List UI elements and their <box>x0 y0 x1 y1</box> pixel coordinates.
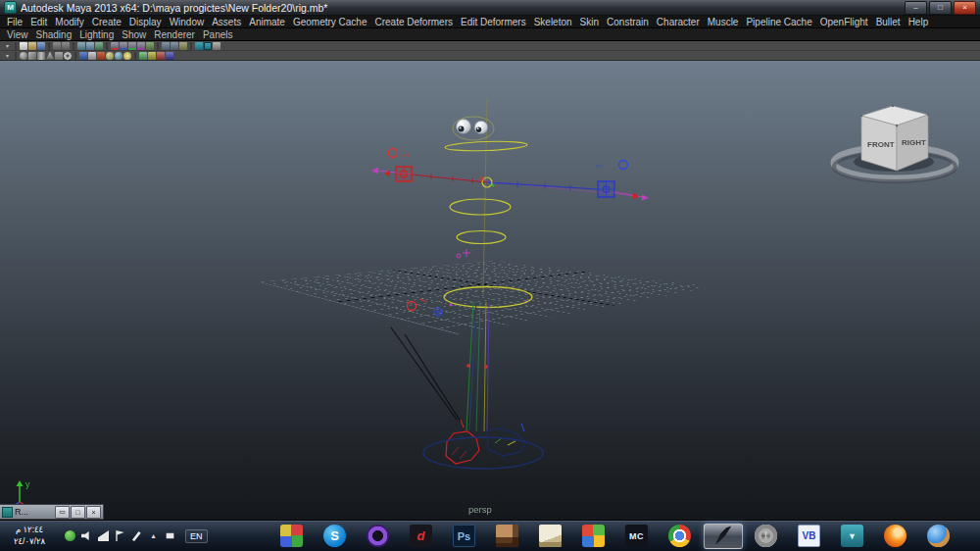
menu-geometry-cache[interactable]: Geometry Cache <box>289 16 371 27</box>
snap-grid-icon[interactable] <box>111 42 119 50</box>
snap-view-plane-icon[interactable] <box>137 42 145 50</box>
viewport[interactable]: ⇔ <box>0 61 980 520</box>
game-tiles-app[interactable] <box>272 524 312 549</box>
menu-edit-deformers[interactable]: Edit Deformers <box>457 16 530 27</box>
shelf-constraint-icon[interactable] <box>157 52 165 60</box>
close-button[interactable]: × <box>954 1 976 15</box>
status-grip[interactable]: ▾ <box>3 42 12 50</box>
eye-controls[interactable] <box>453 117 494 140</box>
shelf-light-icon[interactable] <box>123 52 131 60</box>
taskbar-clock[interactable]: ١٢:٤٤ م ٢٤/٠٧/٢٨ <box>2 525 57 546</box>
menu-constrain[interactable]: Constrain <box>603 16 653 27</box>
chrome-app[interactable] <box>661 524 700 549</box>
menu-create-deformers[interactable]: Create Deformers <box>371 16 457 27</box>
menu-muscle[interactable]: Muscle <box>704 16 743 27</box>
save-scene-icon[interactable] <box>37 42 45 50</box>
minimized-panel-window[interactable]: R... ▭□× <box>0 504 104 520</box>
left-arm-control[interactable]: ⇔ <box>371 148 412 181</box>
mini-maximize-button[interactable]: □ <box>71 506 85 519</box>
undo-icon[interactable] <box>53 42 61 50</box>
shelf-cube-icon[interactable] <box>28 52 36 60</box>
photo-thumbnail-app[interactable] <box>531 524 570 549</box>
panel-menu-panels[interactable]: Panels <box>199 28 237 40</box>
shelf-cone-icon[interactable] <box>46 52 54 60</box>
select-hierarchy-icon[interactable] <box>77 42 85 50</box>
photoshop-app[interactable]: Ps <box>445 524 484 549</box>
menu-display[interactable]: Display <box>125 16 166 27</box>
ipr-render-icon[interactable] <box>204 42 212 50</box>
western-picture-app[interactable] <box>488 524 527 549</box>
menu-window[interactable]: Window <box>166 16 209 27</box>
tablet-pen-tray-icon[interactable] <box>131 530 142 541</box>
menu-skeleton[interactable]: Skeleton <box>530 16 576 27</box>
make-live-icon[interactable] <box>146 42 154 50</box>
menu-character[interactable]: Character <box>653 16 704 27</box>
download-manager-app[interactable]: ▼ <box>833 524 872 549</box>
show-hidden-icons-button[interactable]: ▴ <box>148 530 159 541</box>
render-settings-icon[interactable] <box>213 42 220 50</box>
action-center-tray-icon[interactable] <box>115 530 125 541</box>
separator[interactable] <box>134 52 136 60</box>
separator[interactable] <box>15 52 17 60</box>
shelf-paint-icon[interactable] <box>97 52 105 60</box>
shelf-joint-icon[interactable] <box>139 52 147 60</box>
shelf-curve-icon[interactable] <box>79 52 87 60</box>
menu-help[interactable]: Help <box>905 16 933 27</box>
shelf-blinn-icon[interactable] <box>115 52 122 60</box>
mastercam-app[interactable]: MC <box>617 524 657 549</box>
viewport-canvas[interactable]: ⇔ <box>0 61 980 520</box>
menu-modify[interactable]: Modify <box>51 16 87 27</box>
input-connections-icon[interactable] <box>162 42 170 50</box>
separator[interactable] <box>15 42 17 50</box>
output-connections-icon[interactable] <box>171 42 178 50</box>
separator[interactable] <box>48 42 50 50</box>
skype-app[interactable]: S <box>316 524 355 549</box>
separator[interactable] <box>106 42 108 50</box>
shelf-cylinder-icon[interactable] <box>37 52 45 60</box>
title-bar[interactable]: M Autodesk Maya 2013 x64: D:\maya progic… <box>0 0 980 16</box>
redo-icon[interactable] <box>62 42 70 50</box>
render-frame-icon[interactable] <box>195 42 203 50</box>
shelf-torus-icon[interactable] <box>64 52 72 60</box>
shelf-sphere-icon[interactable] <box>20 52 27 60</box>
panel-menu-view[interactable]: View <box>3 28 32 40</box>
shelf-text-icon[interactable] <box>88 52 96 60</box>
menu-edit[interactable]: Edit <box>26 16 51 27</box>
shelf-ik-icon[interactable] <box>148 52 156 60</box>
menu-file[interactable]: File <box>3 16 26 27</box>
spiral-app[interactable] <box>747 524 786 549</box>
minimize-button[interactable]: – <box>905 1 927 15</box>
open-scene-icon[interactable] <box>28 42 36 50</box>
maximize-button[interactable]: □ <box>929 1 952 15</box>
windows-flag-app[interactable] <box>574 524 613 549</box>
network-tray-icon[interactable] <box>98 530 109 541</box>
foot-control-left[interactable] <box>446 431 479 464</box>
feather-app[interactable] <box>704 524 743 549</box>
select-object-icon[interactable] <box>86 42 94 50</box>
language-indicator[interactable]: EN <box>185 529 208 543</box>
separator[interactable] <box>74 52 76 60</box>
separator[interactable] <box>73 42 74 50</box>
menu-create[interactable]: Create <box>88 16 125 27</box>
hip-control[interactable] <box>408 287 533 317</box>
utorrent-tray-icon[interactable] <box>65 530 75 541</box>
volume-tray-icon[interactable] <box>81 530 92 541</box>
panel-menu-renderer[interactable]: Renderer <box>150 28 199 40</box>
foot-control-right[interactable] <box>487 428 526 456</box>
menu-animate[interactable]: Animate <box>245 16 289 27</box>
menu-bullet[interactable]: Bullet <box>872 16 905 27</box>
panel-menu-show[interactable]: Show <box>118 28 150 40</box>
separator[interactable] <box>190 42 192 50</box>
globe-app[interactable] <box>919 524 958 549</box>
mini-close-button[interactable]: × <box>86 506 101 519</box>
spine-controls[interactable] <box>450 199 511 244</box>
menu-openflight[interactable]: OpenFlight <box>816 16 872 27</box>
daemon-tools-app[interactable]: d <box>402 524 441 549</box>
shelf-edit-icon[interactable] <box>166 52 173 60</box>
feet-base-control[interactable] <box>423 437 543 469</box>
visual-basic-app[interactable]: VB <box>790 524 829 549</box>
power-tray-icon[interactable] <box>165 530 175 541</box>
panel-menu-lighting[interactable]: Lighting <box>75 28 118 40</box>
mini-restore-button[interactable]: ▭ <box>55 506 70 519</box>
view-cube[interactable]: FRONT RIGHT <box>834 105 956 181</box>
